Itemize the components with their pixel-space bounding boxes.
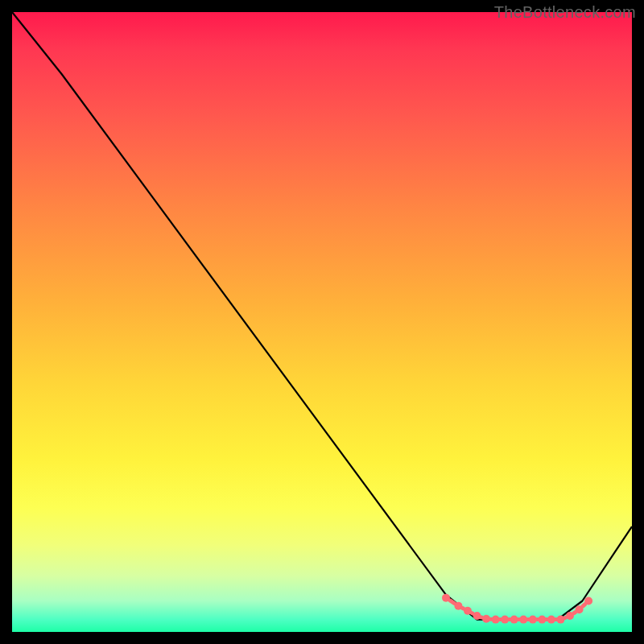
chart-svg: [12, 12, 632, 632]
marker-dot: [473, 612, 481, 620]
chart-root: { "watermark": "TheBottleneck.com", "cha…: [0, 0, 644, 644]
bottleneck-curve: [12, 12, 632, 620]
marker-group: [442, 594, 592, 624]
marker-dash: [574, 613, 576, 613]
marker-dash: [583, 605, 585, 607]
plot-area: [12, 12, 632, 632]
marker-dash: [463, 608, 464, 609]
marker-dash: [450, 601, 454, 603]
marker-dash: [472, 613, 473, 614]
watermark-text: TheBottleneck.com: [494, 3, 636, 22]
marker-dot: [584, 597, 592, 605]
